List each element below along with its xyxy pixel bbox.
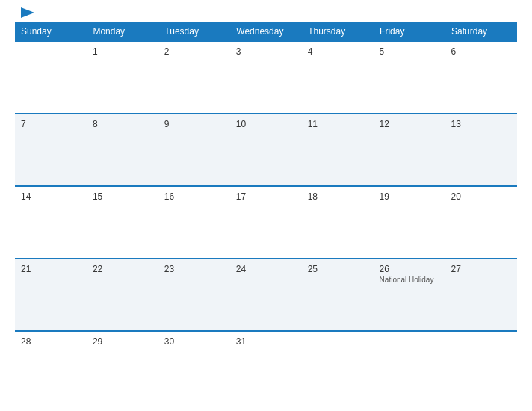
calendar-cell: 10 [230,114,302,186]
weekday-header-friday: Friday [374,22,445,41]
calendar-cell: 19 [374,186,445,259]
day-number: 6 [451,46,511,57]
calendar-cell: 18 [302,186,374,259]
calendar-cell: 11 [302,114,374,186]
day-number: 27 [451,264,511,274]
day-number: 21 [21,264,81,274]
calendar-cell: 25 [302,259,374,331]
svg-marker-0 [21,7,34,18]
calendar-cell: 23 [158,259,230,331]
calendar-cell: 31 [230,331,302,404]
day-number: 3 [236,46,296,57]
day-number: 18 [308,191,368,202]
calendar-cell: 20 [445,186,517,259]
day-number: 14 [21,191,81,202]
calendar-cell [15,41,87,114]
calendar-cell: 24 [230,259,302,331]
calendar-cell [445,331,517,404]
day-number: 11 [308,119,368,129]
weekday-header-monday: Monday [87,22,158,41]
day-number: 10 [236,119,296,129]
day-number: 25 [308,264,368,274]
calendar-cell: 22 [87,259,158,331]
day-number: 31 [236,336,296,347]
calendar-week-2: 78910111213 [15,114,517,186]
calendar-week-3: 14151617181920 [15,186,517,259]
calendar-cell: 30 [158,331,230,404]
calendar-week-5: 28293031 [15,331,517,404]
holiday-label: National Holiday [380,276,439,284]
day-number: 29 [93,336,152,347]
calendar-cell: 16 [158,186,230,259]
calendar-cell: 27 [445,259,517,331]
weekday-header-wednesday: Wednesday [230,22,302,41]
calendar-cell: 1 [87,41,158,114]
calendar-cell [374,331,445,404]
calendar-cell: 26National Holiday [374,259,445,331]
calendar-header [15,7,517,18]
calendar-cell: 3 [230,41,302,114]
day-number: 24 [236,264,296,274]
day-number: 26 [380,264,439,274]
day-number: 16 [164,191,224,202]
calendar-cell: 14 [15,186,87,259]
day-number: 7 [21,119,81,129]
day-number: 9 [164,119,224,129]
weekday-header-thursday: Thursday [302,22,374,41]
day-number: 23 [164,264,224,274]
day-number: 22 [93,264,152,274]
calendar-cell: 4 [302,41,374,114]
calendar-cell: 28 [15,331,87,404]
day-number: 15 [93,191,152,202]
day-number: 28 [21,336,81,347]
calendar-cell: 13 [445,114,517,186]
calendar-cell: 7 [15,114,87,186]
calendar-week-4: 212223242526National Holiday27 [15,259,517,331]
day-number: 17 [236,191,296,202]
weekday-header-sunday: Sunday [15,22,87,41]
day-number: 19 [380,191,439,202]
day-number: 5 [380,46,439,57]
day-number: 4 [308,46,368,57]
weekday-header-saturday: Saturday [445,22,517,41]
calendar-cell: 29 [87,331,158,404]
calendar-cell: 5 [374,41,445,114]
calendar-cell: 8 [87,114,158,186]
calendar-cell: 15 [87,186,158,259]
weekday-header-row: SundayMondayTuesdayWednesdayThursdayFrid… [15,22,517,41]
calendar-cell: 12 [374,114,445,186]
calendar-week-1: 123456 [15,41,517,114]
day-number: 30 [164,336,224,347]
logo-flag-icon [21,7,34,18]
day-number: 8 [93,119,152,129]
calendar-cell: 2 [158,41,230,114]
calendar-cell: 6 [445,41,517,114]
day-number: 13 [451,119,511,129]
calendar-cell [302,331,374,404]
day-number: 12 [380,119,439,129]
day-number: 1 [93,46,152,57]
calendar-cell: 9 [158,114,230,186]
day-number: 2 [164,46,224,57]
calendar-cell: 21 [15,259,87,331]
logo [18,7,36,18]
calendar-cell: 17 [230,186,302,259]
day-number: 20 [451,191,511,202]
calendar-table: SundayMondayTuesdayWednesdayThursdayFrid… [15,22,517,404]
weekday-header-tuesday: Tuesday [158,22,230,41]
